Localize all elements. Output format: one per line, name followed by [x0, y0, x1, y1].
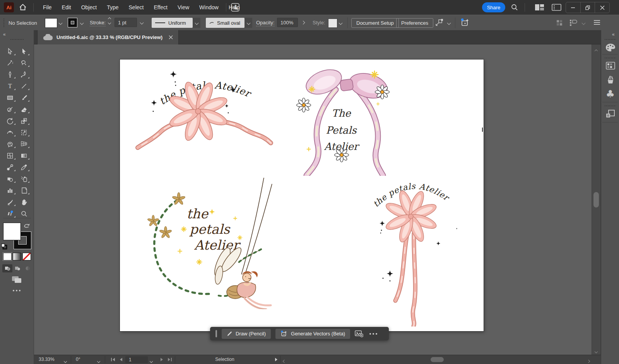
generate-vectors-button[interactable]: Generate Vectors (Beta)	[275, 329, 350, 339]
perspective-grid-tool[interactable]	[17, 138, 31, 150]
dock-drag-handle[interactable]	[604, 105, 616, 107]
stroke-weight-field[interactable]: 1 pt	[115, 18, 137, 27]
brush-dropdown[interactable]: Small oval	[206, 18, 245, 28]
first-artboard-icon[interactable]	[111, 357, 116, 363]
toolbar-drag-handle[interactable]	[10, 39, 24, 41]
stroke-label[interactable]: Stroke:	[90, 20, 106, 26]
transform-panel-icon[interactable]	[601, 109, 619, 118]
horizontal-scrollbar-thumb[interactable]	[431, 357, 444, 362]
none-button[interactable]	[22, 253, 31, 260]
close-icon[interactable]	[595, 2, 609, 13]
rotation-dropdown[interactable]	[97, 358, 100, 364]
rectangle-tool[interactable]	[3, 92, 17, 103]
collapse-toolbar-icon[interactable]: «	[3, 32, 5, 37]
fill-color-proxy[interactable]	[3, 223, 21, 240]
artboard-number-field[interactable]: 1	[125, 356, 148, 363]
artboard-tool[interactable]	[17, 185, 31, 196]
style-dropdown[interactable]	[337, 18, 344, 27]
previous-artboard-icon[interactable]	[119, 357, 123, 363]
swatches-panel-icon[interactable]	[601, 62, 619, 70]
symbols-panel-icon[interactable]: ♣	[601, 89, 619, 99]
color-button[interactable]	[3, 253, 12, 260]
last-artboard-icon[interactable]	[167, 357, 172, 363]
curvature-tool[interactable]	[17, 69, 31, 80]
draw-pencil-button[interactable]: Draw (Pencil)	[222, 329, 271, 339]
pen-tool[interactable]	[3, 69, 17, 80]
status-expand-icon[interactable]	[275, 357, 278, 363]
home-icon[interactable]	[19, 3, 27, 13]
menu-edit[interactable]: Edit	[57, 0, 76, 15]
rotate-tool[interactable]	[3, 115, 17, 126]
fill-swatch[interactable]	[45, 18, 57, 28]
menu-object[interactable]: Object	[76, 0, 102, 15]
grid-view-icon[interactable]	[556, 20, 563, 27]
rotation-value[interactable]: 0°	[76, 357, 80, 362]
canvas[interactable]: the petals Atelier	[34, 44, 592, 355]
eraser-tool[interactable]	[17, 104, 31, 115]
generative-ai-icon[interactable]	[460, 18, 470, 29]
width-profile-dropdown[interactable]: Uniform	[152, 18, 193, 28]
drag-handle[interactable]	[3, 18, 5, 27]
scroll-right-icon[interactable]	[587, 358, 590, 364]
panel-layout-icon[interactable]	[552, 4, 561, 12]
menu-effect[interactable]: Effect	[149, 0, 173, 15]
swap-fill-stroke-icon[interactable]	[23, 223, 30, 230]
artwork-bow-frame[interactable]: The Petals Atelier	[286, 66, 395, 176]
draw-normal-mode[interactable]	[2, 264, 12, 272]
artwork-bow-right[interactable]: the petals Atelier	[368, 166, 457, 327]
style-swatch[interactable]	[328, 19, 337, 28]
symbol-sprayer-tool[interactable]	[17, 173, 31, 184]
hand-tool[interactable]	[17, 196, 31, 208]
scroll-left-icon[interactable]	[283, 358, 286, 364]
preferences-button[interactable]: Preferences	[396, 18, 433, 28]
document-setup-button[interactable]: Document Setup	[351, 18, 399, 28]
tab-close-icon[interactable]	[169, 35, 173, 39]
eyedropper-tool[interactable]	[17, 162, 31, 173]
lasso-tool[interactable]	[17, 57, 31, 68]
status-tool-indicator[interactable]: Selection	[175, 357, 275, 362]
dock-drag-handle[interactable]	[604, 57, 616, 59]
artwork-bow-left[interactable]: the petals Atelier	[132, 66, 277, 155]
dock-drag-handle[interactable]	[604, 39, 616, 41]
mesh-tool[interactable]	[3, 150, 17, 161]
zoom-tool[interactable]	[17, 208, 31, 219]
free-transform-tool[interactable]	[17, 127, 31, 138]
draw-behind-mode[interactable]	[12, 264, 22, 272]
add-image-icon[interactable]	[355, 330, 363, 337]
type-tool[interactable]: T	[3, 80, 17, 92]
restore-button[interactable]	[580, 2, 595, 13]
stroke-swatch[interactable]	[68, 18, 77, 27]
symbolism-tool[interactable]	[3, 173, 17, 184]
default-fill-stroke-icon[interactable]	[1, 243, 7, 251]
menu-window[interactable]: Window	[194, 0, 224, 15]
workspace-layout-icon[interactable]	[535, 4, 544, 12]
scroll-up-icon[interactable]	[595, 48, 597, 53]
magic-wand-tool[interactable]	[3, 57, 17, 68]
artwork-fairy-swing[interactable]: the petals Atelier	[143, 178, 275, 309]
width-tool[interactable]	[3, 127, 17, 138]
expand-panels-icon[interactable]: «	[612, 32, 614, 37]
blend-tool[interactable]	[3, 162, 17, 173]
touch-workspace-icon[interactable]	[231, 3, 240, 13]
fill-swatch-dropdown[interactable]	[56, 18, 64, 27]
stroke-swatch-dropdown[interactable]	[78, 18, 85, 27]
color-panel-icon[interactable]	[601, 43, 619, 52]
stroke-stepper[interactable]	[108, 18, 111, 24]
panel-menu-icon[interactable]	[593, 20, 600, 26]
vertical-scrollbar-thumb[interactable]	[593, 192, 599, 208]
artboard-dropdown[interactable]	[150, 358, 152, 364]
slice-tool[interactable]	[3, 196, 17, 208]
shape-builder-tool[interactable]	[3, 138, 17, 150]
artboard-pin-dropdown[interactable]	[445, 18, 453, 27]
intertwine-tool[interactable]	[3, 208, 17, 219]
artboard[interactable]: the petals Atelier	[120, 60, 484, 331]
line-segment-tool[interactable]	[17, 80, 31, 92]
zoom-level[interactable]: 33.33%	[39, 357, 55, 362]
shaper-tool[interactable]	[3, 104, 17, 115]
arrange-documents-icon[interactable]	[569, 19, 578, 27]
opacity-expand-button[interactable]	[298, 18, 308, 27]
zoom-dropdown[interactable]	[64, 358, 67, 364]
selection-tool[interactable]	[3, 46, 17, 57]
share-button[interactable]: Share	[482, 2, 505, 12]
screen-mode-icon[interactable]	[11, 275, 22, 286]
